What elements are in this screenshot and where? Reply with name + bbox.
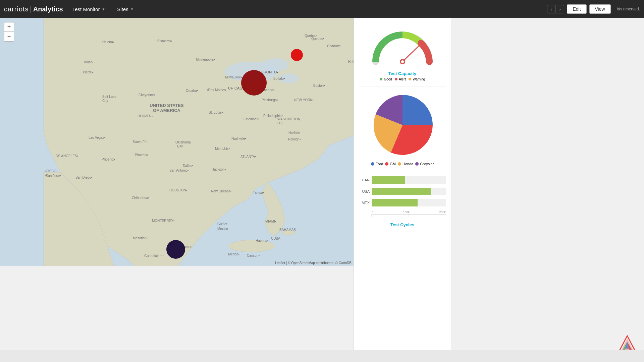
header: carriots | Analytics Test Monitor ▼ Site… xyxy=(0,0,644,18)
svg-text:St. Louis•: St. Louis• xyxy=(209,111,223,114)
bar-track-mex xyxy=(372,199,446,206)
map-attribution: Leaflet | © OpenStreetMap contributors, … xyxy=(275,261,352,265)
svg-text:D.C.: D.C. xyxy=(277,121,284,125)
pie-legend-chrysler: Chrysler xyxy=(415,162,434,166)
svg-text:City: City xyxy=(102,99,108,103)
monitor-caret: ▼ xyxy=(102,7,105,11)
svg-text:•CISCO•: •CISCO• xyxy=(45,169,58,173)
svg-text:UNITED STATES: UNITED STATES xyxy=(150,103,184,108)
svg-text:OF AMERICA: OF AMERICA xyxy=(153,108,180,113)
svg-text:WASHINGTON,: WASHINGTON, xyxy=(277,117,301,121)
svg-point-2 xyxy=(262,58,288,72)
bar-row-usa: USA xyxy=(359,188,446,195)
svg-text:San Diego•: San Diego• xyxy=(75,176,93,179)
map-svg: UNITED STATES OF AMERICA TORONTO• CHICAG… xyxy=(0,18,354,266)
svg-point-73 xyxy=(166,240,185,259)
map-container[interactable]: UNITED STATES OF AMERICA TORONTO• CHICAG… xyxy=(0,18,354,266)
svg-text:DENVER•: DENVER• xyxy=(138,114,153,118)
pie-svg xyxy=(369,92,436,159)
svg-text:Raleigh•: Raleigh• xyxy=(288,137,301,141)
svg-text:Oklahoma: Oklahoma xyxy=(175,140,191,144)
bar-axis-line xyxy=(359,214,446,219)
bar-track-can xyxy=(372,176,446,184)
bar-label-mex: MEX xyxy=(359,201,370,205)
svg-text:Pierre•: Pierre• xyxy=(83,70,93,74)
gm-color-dot xyxy=(385,162,388,166)
bar-fill-usa xyxy=(372,188,431,195)
svg-text:Dallas•: Dallas• xyxy=(183,164,194,168)
svg-text:Milwaukee•: Milwaukee• xyxy=(225,75,242,79)
svg-text:Boise•: Boise• xyxy=(84,60,94,64)
svg-text:Merida•: Merida• xyxy=(228,252,240,256)
bar-track-usa xyxy=(372,188,446,195)
svg-text:Cincinnati•: Cincinnati• xyxy=(244,117,260,121)
svg-text:LOS ANGELES•: LOS ANGELES• xyxy=(54,154,78,158)
svg-text:Memphis•: Memphis• xyxy=(215,147,230,150)
ford-color-dot xyxy=(371,162,374,166)
sites-nav-item[interactable]: Sites ▼ xyxy=(114,4,136,14)
pie-widget: Ford GM Honda Chrysler xyxy=(359,90,446,168)
bar-fill-can xyxy=(372,176,405,184)
svg-text:Boston•: Boston• xyxy=(313,84,325,87)
svg-text:Norfolk•: Norfolk• xyxy=(288,131,301,135)
pie-legend-gm: GM xyxy=(385,162,396,166)
pie-legend-honda: Honda xyxy=(398,162,413,166)
chrysler-color-dot xyxy=(415,162,419,166)
svg-text:Charlotte...: Charlotte... xyxy=(327,44,343,48)
svg-text:HOUSTON•: HOUSTON• xyxy=(169,188,187,192)
svg-text:Guadalajara•: Guadalajara• xyxy=(144,254,164,258)
nav-prev-button[interactable]: ‹ xyxy=(547,5,556,13)
logo: carriots | Analytics xyxy=(4,5,63,13)
svg-text:Salt Lake: Salt Lake xyxy=(102,95,116,99)
svg-text:Santa Fe•: Santa Fe• xyxy=(133,140,148,144)
svg-text:Bismarck•: Bismarck• xyxy=(157,39,172,43)
svg-text:CUBA: CUBA xyxy=(271,237,280,240)
sites-caret: ▼ xyxy=(130,7,134,11)
svg-text:•San Jose•: •San Jose• xyxy=(45,174,61,178)
edit-button[interactable]: Edit xyxy=(567,4,586,14)
svg-text:Minneapolis•: Minneapolis• xyxy=(196,58,215,61)
right-panel: Test Capacity Good Alert Warning xyxy=(354,18,451,362)
zoom-out-button[interactable]: − xyxy=(4,32,14,41)
svg-text:Havana•: Havana• xyxy=(256,239,268,243)
svg-text:Cheyenne•: Cheyenne• xyxy=(139,93,155,97)
bar-chart: CAN USA MEX xyxy=(359,176,446,220)
bar-chart-widget: CAN USA MEX xyxy=(359,175,446,229)
nav-arrows: ‹ › xyxy=(547,5,565,13)
bar-axis-200k: 200k xyxy=(439,210,446,214)
bar-fill-mex xyxy=(372,199,418,206)
bar-axis: 0 100k 200k xyxy=(359,210,446,214)
svg-text:Buffalo•: Buffalo• xyxy=(273,77,285,80)
bar-label-usa: USA xyxy=(359,189,370,193)
bar-row-can: CAN xyxy=(359,176,446,184)
gauge-legend-good: Good xyxy=(380,77,392,81)
svg-text:MONTERREY•: MONTERREY• xyxy=(152,219,175,223)
svg-text:Quebec•: Quebec• xyxy=(311,37,324,41)
main-content: UNITED STATES OF AMERICA TORONTO• CHICAG… xyxy=(0,18,644,362)
svg-text:Tampa•: Tampa• xyxy=(253,191,264,194)
svg-text:•Des Moines: •Des Moines xyxy=(207,88,226,92)
svg-text:Gulf of: Gulf of xyxy=(217,222,227,226)
logo-carriots-text: carriots xyxy=(4,5,29,13)
svg-point-71 xyxy=(291,49,303,61)
bar-axis-0: 0 xyxy=(372,210,373,214)
svg-text:MIAMI•: MIAMI• xyxy=(265,220,276,223)
svg-text:New Orleans•: New Orleans• xyxy=(211,189,232,193)
zoom-in-button[interactable]: + xyxy=(4,22,14,32)
gm-label: GM xyxy=(390,162,396,166)
divider-1 xyxy=(359,86,446,86)
chrysler-label: Chrysler xyxy=(420,162,434,166)
svg-text:Mexico: Mexico xyxy=(217,227,228,231)
view-button[interactable]: View xyxy=(589,4,611,14)
gauge-title: Test Capacity xyxy=(388,71,417,76)
monitor-nav-item[interactable]: Test Monitor ▼ xyxy=(70,4,108,14)
svg-text:Jackson•: Jackson• xyxy=(212,168,226,171)
honda-label: Honda xyxy=(402,162,413,166)
gauge-legend-warning: Warning xyxy=(409,77,425,81)
gauge-svg xyxy=(369,25,436,68)
pie-legend-ford: Ford xyxy=(371,162,383,166)
gauge-legend: Good Alert Warning xyxy=(380,77,425,81)
bar-chart-title: Test Cycles xyxy=(359,222,446,227)
svg-text:Omaha•: Omaha• xyxy=(186,89,198,93)
nav-next-button[interactable]: › xyxy=(556,5,564,13)
